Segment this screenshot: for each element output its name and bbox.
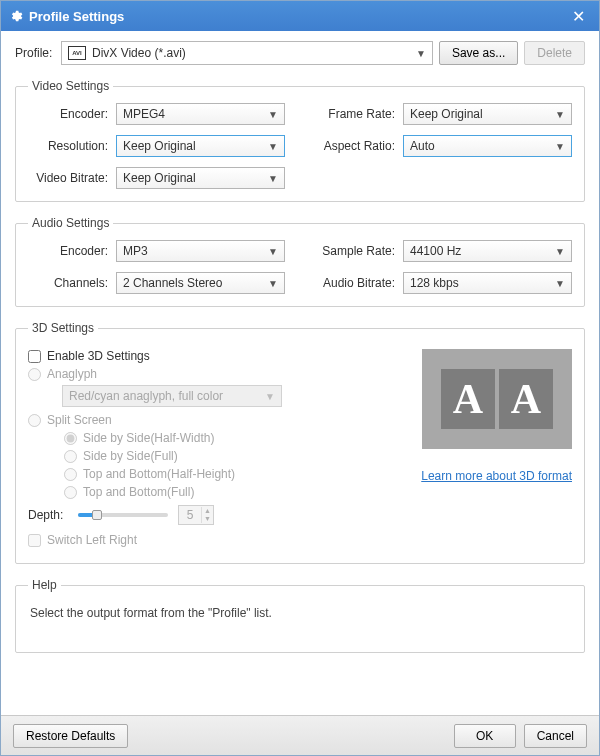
anaglyph-mode-select: Red/cyan anaglyph, full color▼ (62, 385, 282, 407)
split-screen-label: Split Screen (47, 413, 112, 427)
chevron-down-icon: ▼ (268, 278, 278, 289)
audio-bitrate-label: Audio Bitrate: (315, 276, 403, 290)
delete-button: Delete (524, 41, 585, 65)
depth-label: Depth: (28, 508, 68, 522)
video-bitrate-label: Video Bitrate: (28, 171, 116, 185)
audio-encoder-label: Encoder: (28, 244, 116, 258)
restore-defaults-button[interactable]: Restore Defaults (13, 724, 128, 748)
sbs-half-radio (64, 432, 77, 445)
channels-select[interactable]: 2 Channels Stereo▼ (116, 272, 285, 294)
frame-rate-label: Frame Rate: (315, 107, 403, 121)
3d-settings-legend: 3D Settings (28, 321, 98, 335)
video-encoder-select[interactable]: MPEG4▼ (116, 103, 285, 125)
window-title: Profile Settings (29, 9, 565, 24)
resolution-label: Resolution: (28, 139, 116, 153)
sbs-full-label: Side by Side(Full) (83, 449, 178, 463)
resolution-select[interactable]: Keep Original▼ (116, 135, 285, 157)
chevron-down-icon: ▼ (555, 141, 565, 152)
preview-right: A (499, 369, 553, 429)
ok-button[interactable]: OK (454, 724, 516, 748)
sbs-half-label: Side by Side(Half-Width) (83, 431, 214, 445)
tb-half-label: Top and Bottom(Half-Height) (83, 467, 235, 481)
chevron-down-icon: ▼ (555, 109, 565, 120)
enable-3d-checkbox[interactable] (28, 350, 41, 363)
depth-slider (78, 508, 168, 522)
chevron-down-icon: ▼ (555, 278, 565, 289)
tb-full-label: Top and Bottom(Full) (83, 485, 194, 499)
3d-preview: A A (422, 349, 572, 449)
anaglyph-label: Anaglyph (47, 367, 97, 381)
cancel-button[interactable]: Cancel (524, 724, 587, 748)
profile-label: Profile: (15, 46, 55, 60)
close-icon[interactable]: ✕ (565, 7, 591, 26)
3d-settings-group: 3D Settings Enable 3D Settings Anaglyph … (15, 321, 585, 564)
spinner-arrows-icon: ▲▼ (201, 507, 213, 523)
sample-rate-label: Sample Rate: (315, 244, 403, 258)
tb-half-radio (64, 468, 77, 481)
titlebar: Profile Settings ✕ (1, 1, 599, 31)
chevron-down-icon: ▼ (268, 109, 278, 120)
help-legend: Help (28, 578, 61, 592)
chevron-down-icon: ▼ (268, 173, 278, 184)
audio-encoder-select[interactable]: MP3▼ (116, 240, 285, 262)
video-bitrate-select[interactable]: Keep Original▼ (116, 167, 285, 189)
avi-icon: AVI (68, 46, 86, 60)
audio-bitrate-select[interactable]: 128 kbps▼ (403, 272, 572, 294)
chevron-down-icon: ▼ (268, 141, 278, 152)
audio-settings-group: Audio Settings Encoder: MP3▼ Sample Rate… (15, 216, 585, 307)
profile-row: Profile: AVI DivX Video (*.avi) ▼ Save a… (15, 41, 585, 65)
chevron-down-icon: ▼ (268, 246, 278, 257)
chevron-down-icon: ▼ (555, 246, 565, 257)
learn-more-link[interactable]: Learn more about 3D format (421, 469, 572, 483)
aspect-ratio-label: Aspect Ratio: (315, 139, 403, 153)
aspect-ratio-select[interactable]: Auto▼ (403, 135, 572, 157)
tb-full-radio (64, 486, 77, 499)
anaglyph-radio (28, 368, 41, 381)
footer: Restore Defaults OK Cancel (1, 715, 599, 755)
switch-lr-checkbox (28, 534, 41, 547)
chevron-down-icon: ▼ (265, 391, 275, 402)
sbs-full-radio (64, 450, 77, 463)
profile-select[interactable]: AVI DivX Video (*.avi) ▼ (61, 41, 433, 65)
video-settings-legend: Video Settings (28, 79, 113, 93)
split-screen-radio (28, 414, 41, 427)
depth-spinner: 5 ▲▼ (178, 505, 214, 525)
video-settings-group: Video Settings Encoder: MPEG4▼ Frame Rat… (15, 79, 585, 202)
gear-icon (9, 9, 23, 23)
help-text: Select the output format from the "Profi… (28, 602, 572, 640)
frame-rate-select[interactable]: Keep Original▼ (403, 103, 572, 125)
channels-label: Channels: (28, 276, 116, 290)
enable-3d-label: Enable 3D Settings (47, 349, 150, 363)
profile-select-value: DivX Video (*.avi) (92, 46, 186, 60)
chevron-down-icon: ▼ (416, 48, 426, 59)
save-as-button[interactable]: Save as... (439, 41, 518, 65)
audio-settings-legend: Audio Settings (28, 216, 113, 230)
preview-left: A (441, 369, 495, 429)
video-encoder-label: Encoder: (28, 107, 116, 121)
switch-lr-label: Switch Left Right (47, 533, 137, 547)
sample-rate-select[interactable]: 44100 Hz▼ (403, 240, 572, 262)
help-group: Help Select the output format from the "… (15, 578, 585, 653)
